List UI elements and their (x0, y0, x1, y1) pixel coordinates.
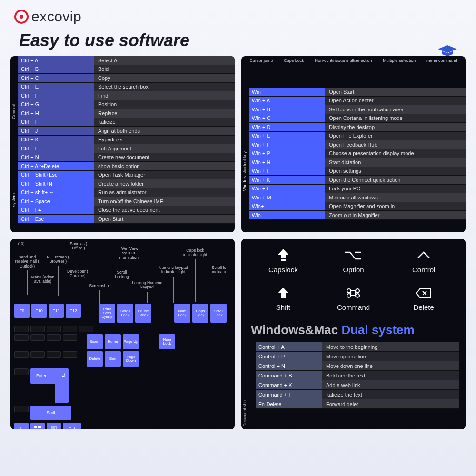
key-pageup: Page Up (123, 334, 139, 349)
shortcut-key: Win + I (249, 167, 325, 176)
shortcut-key: Ctrl + H (18, 109, 94, 118)
shortcut-desc: Move down one line (322, 361, 459, 371)
dark-key (63, 334, 77, 341)
shortcut-row: Ctrl + ESelect the search box (18, 83, 235, 92)
shortcut-row: Ctrl + HReplace (18, 109, 235, 118)
shortcut-key: Ctrl + F4 (18, 206, 94, 215)
header: excovip (0, 0, 476, 29)
shortcut-key: Control + A (256, 342, 322, 352)
shortcut-key: Win + A (249, 97, 325, 106)
panel1-tables: Ctrl + ASelect AllCtrl + BBoldCtrl + CCo… (18, 56, 235, 224)
dark-key (63, 326, 77, 332)
shortcut-desc: Open Start (325, 88, 466, 97)
key-home: Home (105, 334, 121, 349)
dark-key (14, 368, 29, 375)
command-icon (325, 285, 382, 301)
key-ctrl: Ctrl (63, 423, 81, 429)
panel3-annotations: n10) Send and receive mail ( Outlook) Me… (14, 242, 231, 304)
dark-key (47, 351, 61, 358)
shortcut-row: Ctrl + FFind (18, 91, 235, 100)
shortcut-desc: Run as administrator (94, 188, 235, 198)
sym-option: Option (325, 248, 382, 274)
hdr-multisel: Multiple selection (383, 58, 416, 71)
shortcut-row: Ctrl + Alt+Deleteshow basic option (18, 162, 235, 171)
shortcut-row: Command + KAdd a web link (256, 380, 459, 390)
key-pagedown: Page Down (123, 351, 139, 367)
shortcut-row: Ctrl + KHyperlinks (18, 136, 235, 145)
shortcut-key: Ctrl + G (18, 100, 94, 109)
shortcut-desc: Forward delet (322, 399, 459, 409)
key-enter: Enter ↲ (30, 368, 69, 403)
shortcut-row: Ctrl + SpaceTurn on/off the Chinese IME (18, 197, 235, 206)
dark-key (79, 326, 93, 332)
shortcut-desc: Open Task Manager (94, 171, 235, 180)
shortcut-row: Ctrl + EscOpen Start (18, 215, 235, 224)
dark-key (14, 334, 29, 341)
key-shift: Shift (30, 406, 71, 420)
panel2-tables: WinOpen StartWin + AOpen Action centerWi… (249, 88, 466, 220)
shortcut-key: Ctrl + A (18, 56, 94, 65)
shortcut-desc: Open Magnifier and zoom in (325, 202, 466, 211)
panel2-vlabel: Window shortcut key (241, 56, 249, 232)
shortcut-row: Win + PChoose a presentation display mod… (249, 149, 466, 159)
shortcut-desc: Zoom out in Magnifier (325, 211, 466, 220)
shortcut-desc: Open File Explorer (325, 132, 466, 141)
control-icon (395, 248, 452, 264)
shortcut-key: Win + F (249, 140, 325, 149)
shortcut-key: Win + E (249, 132, 325, 141)
shortcut-desc: Add a web link (322, 380, 459, 390)
shortcut-desc: Italicize the text (322, 390, 459, 399)
shortcut-desc: Bold (94, 65, 235, 74)
shortcut-key: Ctrl + shift+ ← (18, 188, 94, 198)
row-darkkeys (14, 326, 231, 332)
shortcut-desc: Set focus in the notification area (325, 105, 466, 114)
brand-name: excovip (31, 9, 81, 25)
hdr-menucmd: menu command (426, 58, 457, 71)
anno-scrolllock: Scroll Locking (111, 270, 132, 303)
shortcut-desc: Turn on/off the Chinese IME (94, 197, 235, 206)
shortcut-desc: Start dictation (325, 158, 466, 167)
shortcut-desc: Create a new folder (94, 179, 235, 188)
enter-arrow-icon: ↲ (61, 372, 66, 379)
dark-key (14, 406, 29, 412)
panel-general-system: General system Ctrl + ASelect AllCtrl + … (10, 56, 235, 232)
key-pausebreak: Pause Break (135, 304, 151, 323)
panel1-vlabels: General system (10, 56, 18, 232)
shortcut-key: Ctrl + Shift+N (18, 179, 94, 188)
svg-rect-8 (281, 259, 286, 261)
anno-saveas: Save as ( Office ) (67, 242, 90, 251)
row-bottom: Alt Ctrl (14, 423, 231, 429)
hdr-capslock: Caps Lock (284, 58, 304, 71)
shortcut-desc: Open Action center (325, 97, 466, 106)
shortcut-row: Win + EOpen File Explorer (249, 132, 466, 141)
shortcut-desc: Italicize (94, 118, 235, 127)
shortcut-row: Fn-DeleteForward delet (256, 399, 459, 409)
key-numlock: Num Lock (159, 334, 175, 349)
shortcut-desc: Open settings (325, 167, 466, 176)
shortcut-key: Win + P (249, 149, 325, 159)
option-icon (325, 248, 382, 264)
shortcut-row: Ctrl + Shift+EscOpen Task Manager (18, 171, 235, 180)
hdr-cursorjump: Cursor jump (249, 58, 273, 71)
shortcut-row: Win + BSet focus in the notification are… (249, 105, 466, 114)
shortcut-desc: Copy (94, 74, 235, 83)
shortcut-key: Ctrl + K (18, 136, 94, 145)
shortcut-desc: Choose a presentation display mode (325, 149, 466, 159)
shortcut-row: Win-Zoom out in Magnifier (249, 211, 466, 220)
shortcut-desc: Close the active document (94, 206, 235, 215)
shortcut-row: Ctrl + IItalicize (18, 118, 235, 127)
sym-command: Command (325, 285, 382, 311)
dark-key (47, 334, 61, 341)
shortcut-desc: Align at both ends (94, 127, 235, 136)
key-alt: Alt (14, 423, 29, 429)
shortcut-row: Win + DDisplay the desktop (249, 123, 466, 132)
shortcut-row: Win + COpen Cortana in listening mode (249, 114, 466, 123)
logo-icon (14, 10, 29, 24)
key-f9: F9 (14, 304, 30, 318)
shortcut-key: Win + H (249, 158, 325, 167)
shortcut-row: Win + LLock your PC (249, 185, 466, 194)
shift-icon (255, 285, 312, 301)
svg-rect-1 (38, 426, 41, 428)
dual-system-title: Windows&Mac Dual system (251, 323, 459, 337)
label-general: General (11, 104, 16, 119)
